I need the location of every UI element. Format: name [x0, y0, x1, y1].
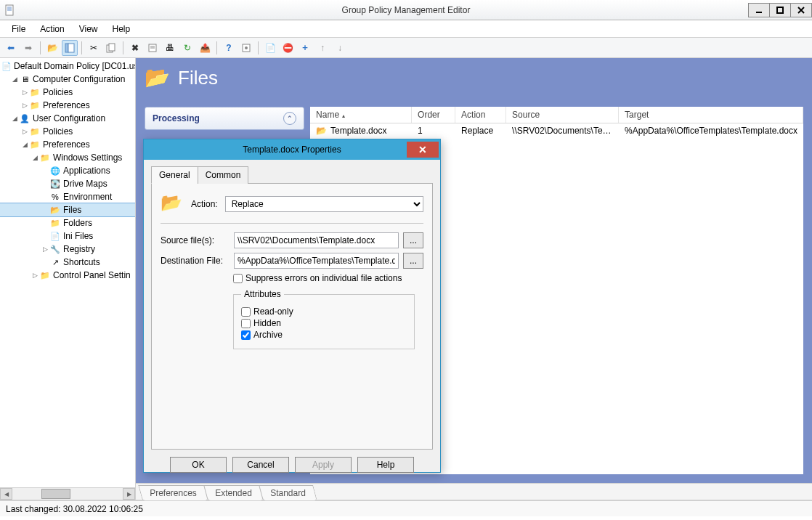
col-order[interactable]: Order [412, 107, 455, 123]
move-down-button[interactable]: ↓ [332, 40, 348, 56]
close-button[interactable] [790, 3, 812, 17]
forward-button[interactable]: ➡ [20, 40, 36, 56]
status-bar: Last changed: 30.08.2022 10:06:25 [0, 500, 812, 516]
up-folder-button[interactable]: 📂 [44, 40, 60, 56]
col-source[interactable]: Source [506, 107, 619, 123]
menu-file[interactable]: File [6, 22, 31, 36]
tree-ini-files[interactable]: 📄Ini Files [0, 229, 135, 243]
tree-label: Preferences [43, 100, 90, 110]
tab-standard[interactable]: Standard [259, 485, 317, 500]
scroll-left-button[interactable]: ◀ [0, 488, 12, 500]
tree-environment[interactable]: %Environment [0, 190, 135, 203]
tree-label: Computer Configuration [33, 74, 125, 84]
tree-applications[interactable]: 🌐Applications [0, 164, 135, 177]
source-browse-button[interactable]: ... [403, 232, 423, 248]
archive-label: Archive [253, 330, 283, 340]
stop-button[interactable]: ⛔ [280, 40, 296, 56]
cut-button[interactable]: ✂ [86, 40, 102, 56]
export-button[interactable]: 📤 [197, 40, 213, 56]
help-button[interactable]: Help [357, 457, 414, 473]
menu-help[interactable]: Help [107, 22, 137, 36]
col-target[interactable]: Target [619, 107, 803, 123]
computer-icon: 🖥 [19, 73, 31, 85]
tree-drive-maps[interactable]: 💽Drive Maps [0, 177, 135, 190]
tree-control-panel[interactable]: ▷📁Control Panel Settin [0, 269, 135, 282]
help-button[interactable]: ? [221, 40, 237, 56]
source-input[interactable] [234, 232, 399, 248]
tab-preferences[interactable]: Preferences [138, 485, 208, 500]
ok-button[interactable]: OK [170, 457, 227, 473]
file-row-icon: 📂 [316, 126, 328, 136]
tab-general[interactable]: General [151, 166, 198, 184]
cell-name: Template.docx [330, 126, 386, 136]
tree-user-config[interactable]: ◢👤User Configuration [0, 112, 135, 125]
tab-common[interactable]: Common [198, 166, 249, 184]
dialog-close-button[interactable]: ✕ [407, 142, 439, 158]
new-button[interactable]: 📄 [262, 40, 278, 56]
menu-view[interactable]: View [73, 22, 104, 36]
policy-icon: 📄 [1, 60, 12, 72]
tree-shortcuts[interactable]: ↗Shortcuts [0, 256, 135, 269]
tree-cc-policies[interactable]: ▷📁Policies [0, 86, 135, 99]
tree-cc-preferences[interactable]: ▷📁Preferences [0, 99, 135, 112]
status-text: Last changed: 30.08.2022 10:06:25 [6, 504, 143, 514]
minimize-button[interactable] [748, 3, 770, 17]
globe-icon: 🌐 [49, 165, 61, 176]
col-action[interactable]: Action [455, 107, 506, 123]
files-header-icon: 📂 [145, 65, 171, 92]
tree-label: Environment [63, 192, 112, 202]
folder-icon: 📁 [29, 139, 41, 150]
delete-button[interactable]: ✖ [127, 40, 143, 56]
scroll-right-button[interactable]: ▶ [123, 488, 135, 500]
tree-hscrollbar[interactable]: ◀ ▶ [0, 487, 135, 500]
suppress-checkbox[interactable] [233, 274, 243, 283]
tree-files[interactable]: 📂Files [0, 203, 135, 216]
cancel-button[interactable]: Cancel [232, 457, 289, 473]
hidden-label: Hidden [253, 318, 281, 328]
tree-uc-preferences[interactable]: ◢📁Preferences [0, 138, 135, 151]
tree-uc-policies[interactable]: ▷📁Policies [0, 125, 135, 138]
refresh-button[interactable]: ↻ [179, 40, 195, 56]
apply-button[interactable]: Apply [295, 457, 352, 473]
move-up-button[interactable]: ↑ [314, 40, 330, 56]
cell-source: \\SRV02\Documents\Tem... [506, 123, 619, 138]
tree-folders[interactable]: 📁Folders [0, 216, 135, 229]
dialog-titlebar[interactable]: Template.docx Properties ✕ [144, 139, 440, 160]
dest-browse-button[interactable]: ... [403, 253, 423, 269]
tree-root[interactable]: 📄Default Domain Policy [DC01.us [0, 60, 135, 73]
hidden-checkbox[interactable] [241, 319, 251, 328]
action-select[interactable]: Replace [225, 196, 423, 212]
show-tree-button[interactable] [62, 40, 78, 56]
dialog-buttons: OK Cancel Apply Help [151, 450, 433, 480]
dest-input[interactable] [234, 253, 399, 269]
dialog-tabs: General Common [151, 166, 433, 184]
tab-extended[interactable]: Extended [203, 485, 263, 500]
collapse-button[interactable]: ⌃ [283, 112, 296, 125]
archive-checkbox[interactable] [241, 330, 251, 340]
back-button[interactable]: ⬅ [3, 40, 19, 56]
attributes-legend: Attributes [241, 289, 284, 299]
tree-label: Control Panel Settin [53, 270, 131, 280]
tree-label: Preferences [43, 139, 90, 150]
tree-computer-config[interactable]: ◢🖥Computer Configuration [0, 73, 135, 86]
cell-action: Replace [455, 123, 506, 138]
folder-icon: 📁 [49, 217, 61, 229]
tree-label: Files [63, 205, 81, 215]
maximize-button[interactable] [769, 3, 791, 17]
dest-label: Destination File: [161, 256, 230, 266]
tree-windows-settings[interactable]: ◢📁Windows Settings [0, 151, 135, 164]
tree-label: Applications [63, 166, 110, 176]
menu-action[interactable]: Action [34, 22, 70, 36]
add-button[interactable]: ＋ [297, 40, 313, 56]
tree-registry[interactable]: ▷🔧Registry [0, 243, 135, 256]
list-row[interactable]: 📂Template.docx 1 Replace \\SRV02\Documen… [310, 123, 803, 138]
print-button[interactable]: 🖶 [162, 40, 178, 56]
readonly-checkbox[interactable] [241, 307, 251, 317]
svg-rect-11 [109, 44, 115, 51]
copy-button[interactable] [103, 40, 119, 56]
col-name[interactable]: Name [310, 107, 412, 123]
options-button[interactable] [238, 40, 254, 56]
scroll-thumb[interactable] [41, 489, 70, 499]
tree-label: Ini Files [63, 231, 93, 241]
properties-button[interactable] [145, 40, 161, 56]
